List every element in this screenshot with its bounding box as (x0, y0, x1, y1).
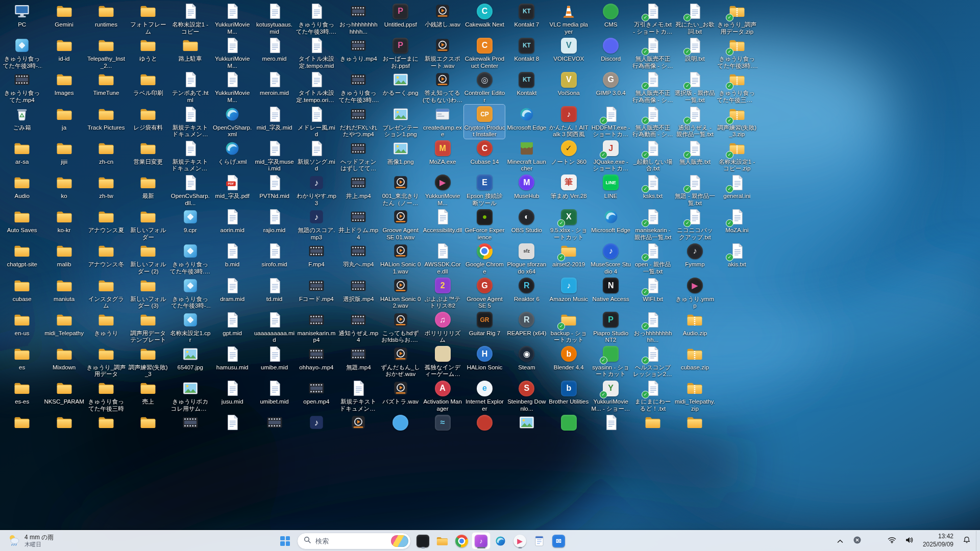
desktop-icon[interactable]: cubase.zip (674, 344, 715, 379)
desktop-icon[interactable] (170, 413, 211, 447)
chevron-up-button[interactable] (831, 533, 849, 549)
desktop-icon[interactable]: ▶きゅうり.ymmp (674, 276, 715, 310)
desktop-icon[interactable]: ✓きゅうり_調声用データ.zip (717, 2, 757, 36)
desktop-icon[interactable]: LINELINE (591, 173, 631, 207)
desktop-icon[interactable]: ✓無人販売不正行為画像 - ショートカット (632, 70, 673, 104)
desktop-icon[interactable]: ko (44, 173, 85, 207)
desktop-icon[interactable]: ✓無人販売.txt (674, 139, 715, 173)
desktop-icon[interactable]: メドレー風.mid (296, 105, 337, 139)
desktop-icon[interactable] (254, 413, 295, 447)
desktop-icon[interactable]: ko-kr (44, 207, 85, 241)
desktop-icon[interactable]: mid_字及.mid (254, 105, 295, 139)
desktop-icon[interactable]: 井上ドラム.mp4 (338, 207, 379, 241)
desktop-icon[interactable]: Audio.zip (674, 310, 715, 344)
desktop-icon[interactable]: ♫ポリリリリズム (422, 310, 463, 344)
desktop-icon[interactable]: 新規テキストドキュメント (2).html (170, 105, 211, 139)
desktop-icon[interactable]: ✓WIFI.txt (632, 276, 673, 310)
desktop-icon[interactable]: NKSC_PARAM (44, 379, 85, 413)
desktop-icon[interactable]: bBrother Utilities (548, 379, 589, 413)
desktop-icon[interactable]: CCakewalk Product Center (464, 36, 505, 70)
desktop-icon[interactable]: ✓調声練習(失敗)_3.zip (717, 105, 757, 139)
tray-x-button[interactable] (849, 533, 866, 549)
desktop-icon[interactable]: ✓ノートン 360 (548, 139, 589, 173)
desktop-icon[interactable]: ✓まにまにわーるど！.txt (632, 379, 673, 413)
desktop-icon[interactable]: ✓airset2-2019 (548, 241, 589, 276)
desktop-icon[interactable]: X✓9.5.xlsx - ショートカット (548, 207, 589, 241)
desktop-icon[interactable]: HHALion Sonic (464, 344, 505, 379)
desktop-icon[interactable]: レジ袋有料 (128, 105, 168, 139)
desktop-icon[interactable]: Auto Saves (2, 207, 42, 241)
desktop-icon[interactable]: Microsoft Edge (506, 105, 547, 139)
desktop-icon[interactable]: ◎Controller Editor (464, 70, 505, 104)
desktop-icon[interactable]: くらげ.xml (212, 139, 253, 173)
taskbar-search[interactable] (297, 533, 411, 549)
desktop-icon[interactable]: CPCrypton Product Installer (464, 105, 505, 139)
desktop-icon[interactable]: manisekarin.mp4 (296, 310, 337, 344)
desktop-icon[interactable]: Mixdown (44, 344, 85, 379)
notepad-button[interactable] (530, 532, 549, 549)
desktop-icon[interactable]: アナウンス冬 (86, 241, 127, 276)
desktop-icon[interactable]: SSteinberg Downlo... (506, 379, 547, 413)
desktop-icon[interactable]: ✓akis.txt (717, 241, 757, 276)
desktop-icon[interactable]: 無題.mp4 (338, 344, 379, 379)
desktop-icon[interactable]: ♪わかりやす.mp3 (296, 173, 337, 207)
bell-button[interactable] (958, 533, 975, 549)
desktop-icon[interactable]: cubase (2, 276, 42, 310)
desktop-icon[interactable]: インスタグラム (86, 276, 127, 310)
desktop-icon[interactable]: ✓通知うぜえ - 親作品一覧.txt (674, 105, 715, 139)
desktop-icon[interactable]: ✓general.ini (717, 173, 757, 207)
wifi-button[interactable] (884, 533, 901, 549)
desktop-icon[interactable]: きゅうり食ってた.mp4 (2, 70, 42, 104)
desktop-icon[interactable]: Telepathy_Inst_2... (86, 36, 127, 70)
desktop-icon[interactable]: 新規テキストドキュメント.html (170, 139, 211, 173)
desktop-icon[interactable]: Fコード.mp4 (296, 276, 337, 310)
desktop-icon[interactable]: uaaaaaaaaa.mid (254, 310, 295, 344)
desktop-icon[interactable]: ✓_起動しない場合.txt (632, 139, 673, 173)
mail-app-button[interactable]: ✉ (549, 532, 568, 549)
desktop-icon[interactable]: 9.cpr (170, 207, 211, 241)
desktop-icon[interactable]: 売上 (128, 379, 168, 413)
desktop-icon[interactable] (338, 413, 379, 447)
desktop-icon[interactable]: PDFmid_字及.pdf (212, 173, 253, 207)
desktop-icon[interactable]: ✓無題 - 親作品一覧.txt (674, 173, 715, 207)
desktop-icon[interactable]: kotusytuaaus.mid (254, 2, 295, 36)
desktop-icon[interactable]: 調声練習(失敗)_3 (128, 344, 168, 379)
desktop-icon[interactable]: ✓manisekarin - 親作品一覧.txt (632, 207, 673, 241)
desktop-icon[interactable]: 調声用データテンプレート (128, 310, 168, 344)
desktop-icon[interactable]: bBlender 4.4 (548, 344, 589, 379)
desktop-icon[interactable]: ゆうと (128, 36, 168, 70)
desktop-icon[interactable]: ✓syasinn - ショートカット (591, 344, 631, 379)
desktop-icon[interactable]: ♪かんたん！AITalk 3 関西風 (548, 105, 589, 139)
desktop-icon[interactable]: アナウンス夏 (86, 207, 127, 241)
desktop-icon[interactable]: MMoZA.exe (422, 139, 463, 173)
desktop-icon[interactable]: PUntitled.ppsf (380, 2, 421, 36)
desktop-icon[interactable]: rajio.mid (254, 207, 295, 241)
desktop-icon[interactable]: midi_Telepathy.zip (674, 379, 715, 413)
desktop-icon[interactable]: ◉Steam (506, 344, 547, 379)
desktop-icon[interactable] (464, 413, 505, 447)
desktop-icon[interactable]: ヘッドフォンはずしてて出なかった.mp4 (338, 139, 379, 173)
desktop-icon[interactable]: ◐OBS Studio (506, 207, 547, 241)
desktop-icon[interactable]: Pおーばーまにお.ppsf (380, 36, 421, 70)
desktop-icon[interactable]: ohhayo-.mp4 (296, 344, 337, 379)
tray-blue-button[interactable] (866, 533, 884, 549)
desktop-icon[interactable]: 名称未設定1 - コピー (170, 2, 211, 36)
desktop-icon[interactable]: CCakewalk Next (464, 2, 505, 36)
desktop-icon[interactable]: hamusu.mid (212, 344, 253, 379)
desktop-icon[interactable]: J✓JQuake.exe - ショートカット (591, 139, 631, 173)
desktop-icon[interactable]: KTKontakt (506, 70, 547, 104)
desktop-icon[interactable]: ✓死にたい_お歌詞.txt (674, 2, 715, 36)
desktop-icon[interactable]: きゅうり食ってた午後3時.mid (296, 2, 337, 36)
desktop-icon[interactable]: ♪MuseScore Studio 4 (591, 241, 631, 276)
desktop-icon[interactable]: PPiapro Studio NT2 (591, 310, 631, 344)
desktop-icon[interactable]: YukkuriMovieM... (212, 70, 253, 104)
desktop-icon[interactable]: ✓きゅうり食ってた午後3時.zip (717, 36, 757, 70)
taskbar-clock[interactable]: 13:42 2025/09/09 (919, 533, 958, 548)
desktop-icon[interactable]: en-us (2, 310, 42, 344)
desktop-icon[interactable]: jijii (44, 139, 85, 173)
desktop-icon[interactable]: バズトラ.wav (380, 379, 421, 413)
desktop-icon[interactable]: だれだFXいれたやつ.mp4 (338, 105, 379, 139)
desktop-icon[interactable]: ✓open - 親作品一覧.txt (632, 241, 673, 276)
desktop-icon[interactable]: 答え知ってる(でもない)わこれ.wav (422, 70, 463, 104)
desktop-icon[interactable]: ♪Fymmp (674, 241, 715, 276)
